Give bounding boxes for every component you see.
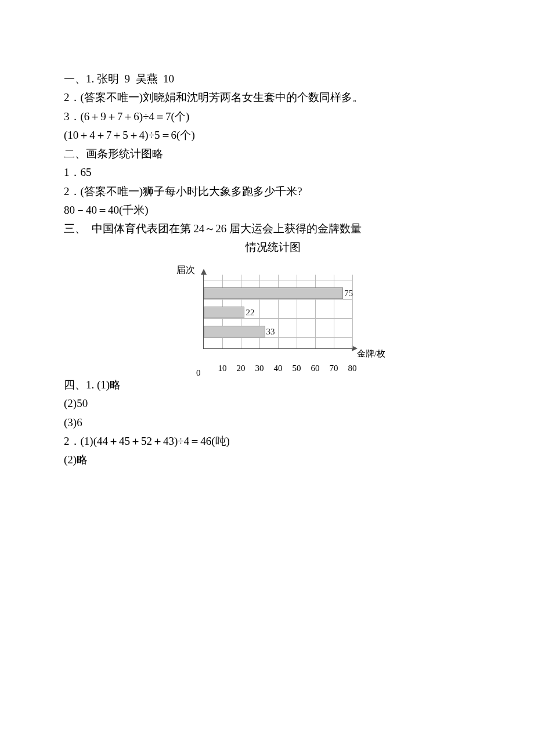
- ans-4-1-3: (3)6: [64, 413, 482, 432]
- x-tick-6: 60: [311, 361, 320, 376]
- ans-1-2: 2．(答案不唯一)刘晓娟和沈明芳两名女生套中的个数同样多。: [64, 88, 482, 107]
- ans-2-2b: 80－40＝40(千米): [64, 201, 482, 219]
- plot-area: 75 22 33 10 20 30 40 50 60 70 80 金牌/枚: [203, 275, 352, 349]
- x-tick-1: 10: [218, 361, 227, 376]
- x-tick-8: 80: [348, 361, 357, 376]
- ans-1-3b: (10＋4＋7＋5＋4)÷5＝6(个): [64, 126, 482, 145]
- bar-26: [204, 287, 343, 299]
- x-axis-label: 金牌/枚: [357, 347, 385, 362]
- x-tick-2: 20: [237, 361, 246, 376]
- x-tick-5: 50: [293, 361, 301, 376]
- ans-3-head: 三、 中国体育代表团在第 24～26 届大运会上获得的金牌数量: [64, 219, 482, 238]
- ans-4-1-1: 四、1. (1)略: [64, 376, 482, 394]
- ans-4-2-1: 2．(1)(44＋45＋52＋43)÷4＝46(吨): [64, 432, 482, 451]
- ans-2-2: 2．(答案不唯一)狮子每小时比大象多跑多少千米?: [64, 182, 482, 201]
- bar-25: [204, 307, 244, 318]
- ans-4-1-2: (2)50: [64, 394, 482, 413]
- chart-title-line2: 情况统计图: [64, 239, 482, 256]
- x-tick-7: 70: [330, 361, 338, 376]
- ans-2-head: 二、画条形统计图略: [64, 145, 482, 163]
- ans-1-3: 3．(6＋9＋7＋6)÷4＝7(个): [64, 107, 482, 126]
- y-axis-label: 届次: [176, 262, 195, 278]
- bar-26-value: 75: [344, 287, 353, 299]
- x-tick-4: 40: [274, 361, 283, 376]
- x-tick-3: 30: [255, 361, 264, 376]
- bar-25-value: 22: [246, 307, 254, 318]
- y-arrow-icon: [201, 269, 207, 275]
- bar-24-value: 33: [266, 326, 275, 337]
- ans-4-2-2: (2)略: [64, 451, 482, 469]
- bar-chart: 届次 第26届 第25届 第24届 0 75 22 33: [157, 263, 389, 368]
- bar-24: [204, 326, 265, 337]
- ans-2-1: 1．65: [64, 163, 482, 182]
- ans-1-1: 一、1. 张明 9 吴燕 10: [64, 70, 482, 88]
- x-tick-0: 0: [196, 366, 201, 381]
